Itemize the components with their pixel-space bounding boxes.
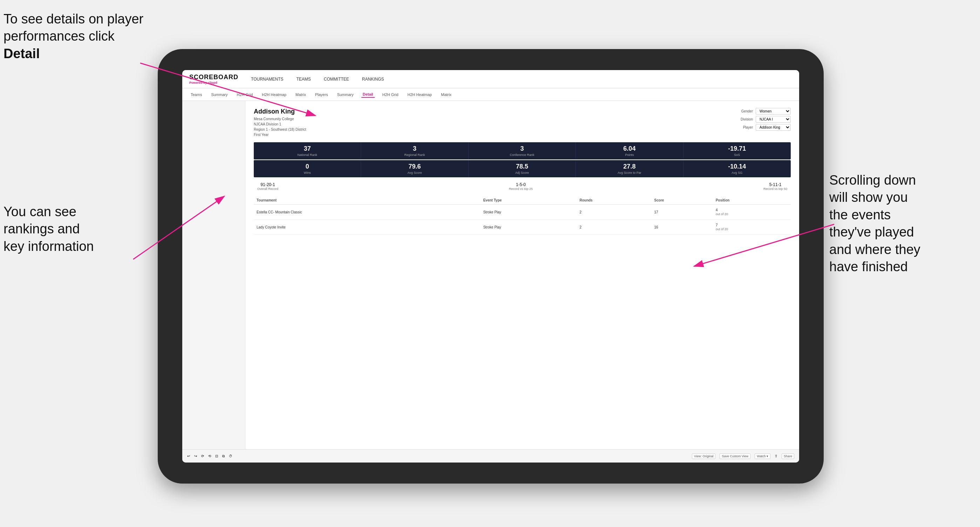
- player-division: NJCAA Division 1: [254, 122, 306, 127]
- stat-sos-value: -19.71: [687, 145, 787, 152]
- stat-sos-label: SoS: [687, 153, 787, 157]
- player-info: Addison King Mesa Community College NJCA…: [254, 108, 306, 137]
- player-select[interactable]: Addison King: [756, 124, 791, 131]
- sub-nav: Teams Summary H2H Grid H2H Heatmap Matri…: [182, 88, 799, 101]
- player-label: Player: [743, 125, 753, 129]
- tab-summary[interactable]: Summary: [210, 92, 229, 97]
- timer-icon[interactable]: ⏱: [229, 454, 232, 458]
- tab-h2h-grid2[interactable]: H2H Grid: [381, 92, 400, 97]
- nav-rankings[interactable]: RANKINGS: [360, 75, 386, 83]
- tab-h2h-grid[interactable]: H2H Grid: [235, 92, 254, 97]
- undo-icon[interactable]: ↩: [187, 454, 190, 458]
- annotation-bottom-left: You can see rankings and key information: [3, 203, 137, 255]
- tab-teams[interactable]: Teams: [189, 92, 203, 97]
- stat-avg-score-par: 27.8 Avg Score to Par: [576, 160, 683, 177]
- stat-wins: 0 Wins: [254, 160, 361, 177]
- share-button[interactable]: Share: [782, 453, 794, 459]
- stat-avg-score-par-label: Avg Score to Par: [579, 171, 679, 175]
- stat-regional-rank-value: 3: [364, 145, 465, 152]
- stat-points: 6.04 Points: [576, 142, 683, 159]
- redo-icon[interactable]: ↪: [194, 454, 197, 458]
- stat-adj-score: 78.5 Adj Score: [469, 160, 576, 177]
- stat-points-value: 6.04: [579, 145, 679, 152]
- tab-players[interactable]: Players: [314, 92, 329, 97]
- refresh-icon[interactable]: ⟳: [201, 454, 204, 458]
- player-school: Mesa Community College: [254, 116, 306, 122]
- gender-selector-row: Gender Women: [741, 108, 791, 114]
- gender-select[interactable]: Women: [756, 108, 791, 114]
- stat-conference-rank-value: 3: [472, 145, 572, 152]
- player-header: Addison King Mesa Community College NJCA…: [254, 108, 791, 137]
- tab-h2h-heatmap2[interactable]: H2H Heatmap: [406, 92, 434, 97]
- stat-regional-rank: 3 Regional Rank: [361, 142, 468, 159]
- share-icon[interactable]: ⇧: [775, 454, 777, 458]
- stat-wins-value: 0: [257, 163, 357, 170]
- annotation-right: Scrolling down will show you the events …: [829, 172, 977, 275]
- position-2: 7 out of 20: [713, 220, 791, 235]
- tablet-screen: SCOREBOARD Powered by clippd TOURNAMENTS…: [182, 70, 799, 462]
- table-row: Estella CC- Mountain Classic Stroke Play…: [254, 205, 791, 220]
- col-tournament: Tournament: [254, 196, 458, 205]
- player-selectors: Gender Women Division NJCAA I: [741, 108, 791, 131]
- logo-subtitle: Powered by clippd: [189, 81, 238, 84]
- stat-national-rank-label: National Rank: [257, 153, 357, 157]
- record-overall-value: 91-20-1: [257, 182, 278, 187]
- stat-avg-score-par-value: 27.8: [579, 163, 679, 170]
- stat-points-label: Points: [579, 153, 679, 157]
- stats-row-1: 37 National Rank 3 Regional Rank 3 Confe…: [254, 142, 791, 159]
- table-row: Lady Coyote Invite Stroke Play 2 16 7 ou…: [254, 220, 791, 235]
- main-content: Addison King Mesa Community College NJCA…: [245, 101, 799, 449]
- tab-h2h-heatmap[interactable]: H2H Heatmap: [261, 92, 288, 97]
- grid-icon[interactable]: ⊡: [215, 454, 218, 458]
- player-selector-row: Player Addison King: [743, 124, 791, 131]
- event-type-2: Stroke Play: [480, 220, 577, 235]
- score-1: 17: [652, 205, 713, 220]
- record-overall: 91-20-1 Overall Record: [257, 182, 278, 190]
- stat-sos: -19.71 SoS: [684, 142, 791, 159]
- gender-label: Gender: [741, 110, 753, 113]
- tab-matrix[interactable]: Matrix: [294, 92, 307, 97]
- layers-icon[interactable]: ⧉: [222, 454, 225, 458]
- nav-committee[interactable]: COMMITTEE: [322, 75, 351, 83]
- stat-conference-rank-label: Conference Rank: [472, 153, 572, 157]
- scoreboard-logo: SCOREBOARD Powered by clippd: [189, 74, 238, 84]
- stat-national-rank: 37 National Rank: [254, 142, 361, 159]
- save-custom-view-button[interactable]: Save Custom View: [719, 453, 751, 459]
- bottom-toolbar: ↩ ↪ ⟳ ⟲ ⊡ ⧉ ⏱ View: Original Save Custom…: [182, 449, 799, 462]
- stat-avg-sg: -10.14 Avg SG: [684, 160, 791, 177]
- nav-bar: SCOREBOARD Powered by clippd TOURNAMENTS…: [182, 70, 799, 88]
- division-select[interactable]: NJCAA I: [756, 116, 791, 123]
- tab-matrix2[interactable]: Matrix: [439, 92, 453, 97]
- nav-teams[interactable]: TEAMS: [294, 75, 313, 83]
- tab-detail[interactable]: Detail: [361, 92, 375, 98]
- tab-summary2[interactable]: Summary: [336, 92, 355, 97]
- col-position: Position: [713, 196, 791, 205]
- view-original-button[interactable]: View: Original: [692, 453, 715, 459]
- player-year: First Year: [254, 132, 306, 137]
- stat-avg-score-label: Avg Score: [364, 171, 465, 175]
- stat-national-rank-value: 37: [257, 145, 357, 152]
- stat-avg-sg-label: Avg SG: [687, 171, 787, 175]
- tournament-table: Tournament Event Type Rounds Score Posit…: [254, 196, 791, 235]
- records-row: 91-20-1 Overall Record 1-5-0 Record vs t…: [254, 182, 791, 190]
- division-label: Division: [741, 117, 753, 121]
- left-sidebar: [182, 101, 245, 449]
- col-score: Score: [652, 196, 713, 205]
- position-1: 4 out of 20: [713, 205, 791, 220]
- player-name: Addison King: [254, 108, 306, 115]
- stat-wins-label: Wins: [257, 171, 357, 175]
- record-top25-label: Record vs top 25: [509, 187, 533, 190]
- content-area: Addison King Mesa Community College NJCA…: [182, 101, 799, 449]
- rounds-2: 2: [577, 220, 651, 235]
- stat-avg-score-value: 79.6: [364, 163, 465, 170]
- division-selector-row: Division NJCAA I: [741, 116, 791, 123]
- stat-avg-score: 79.6 Avg Score: [361, 160, 468, 177]
- record-top25-value: 1-5-0: [509, 182, 533, 187]
- tournament-name-2: Lady Coyote Invite: [254, 220, 458, 235]
- zoom-icon[interactable]: ⟲: [208, 454, 211, 458]
- stats-row-2: 0 Wins 79.6 Avg Score 78.5 Adj Score 27.…: [254, 160, 791, 177]
- stat-regional-rank-label: Regional Rank: [364, 153, 465, 157]
- rounds-1: 2: [577, 205, 651, 220]
- nav-tournaments[interactable]: TOURNAMENTS: [249, 75, 285, 83]
- watch-button[interactable]: Watch ▾: [755, 453, 770, 459]
